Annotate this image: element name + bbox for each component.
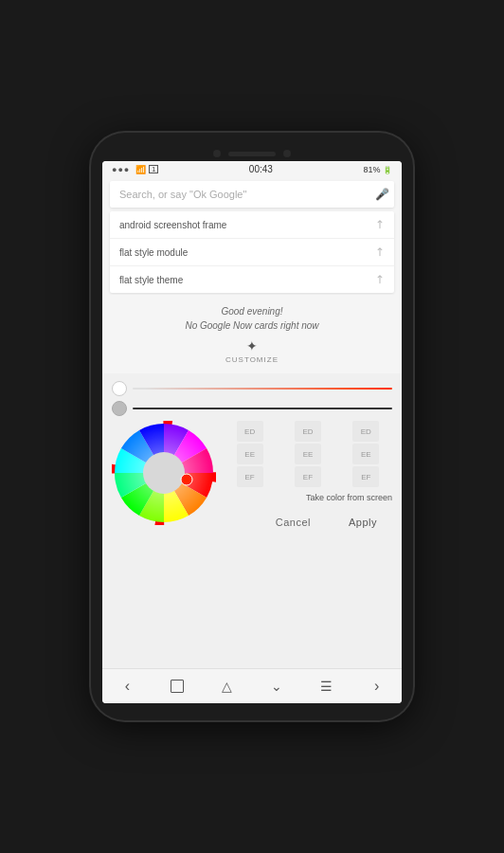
color-wheel-svg (112, 421, 216, 525)
search-results-list: android screenshot frame ↗ flat style mo… (110, 211, 394, 293)
swatch-0-2[interactable]: ED (352, 421, 379, 442)
nav-down-button[interactable]: ⌄ (265, 675, 288, 698)
swatch-2-2[interactable]: EF (352, 466, 379, 487)
swatch-1-2[interactable]: EE (352, 444, 379, 464)
result-arrow-1: ↗ (372, 245, 388, 261)
color-wheel-container[interactable] (112, 421, 216, 525)
search-result-item-1[interactable]: flat style module ↗ (110, 239, 394, 266)
search-result-text-0: android screenshot frame (119, 220, 226, 230)
status-left: ●●● 📶 1 (112, 165, 158, 174)
black-slider-track[interactable] (133, 408, 392, 409)
red-slider-row (112, 381, 392, 396)
take-color-row[interactable]: Take color from screen (224, 493, 392, 502)
back-icon: ‹ (125, 678, 130, 695)
color-swatches: ED ED ED EE EE EE EF EF EF (224, 421, 392, 533)
screen: ●●● 📶 1 00:43 81% 🔋 Search, or say "Ok G… (102, 161, 402, 703)
swatch-1-0[interactable]: EE (237, 444, 263, 464)
phone-frame: ●●● 📶 1 00:43 81% 🔋 Search, or say "Ok G… (91, 133, 413, 720)
sim-icon: 1 (149, 165, 158, 173)
search-bar[interactable]: Search, or say "Ok Google" 🎤 (110, 181, 394, 208)
menu-icon: ☰ (320, 679, 333, 694)
magic-wand-icon: ✦ (246, 338, 258, 354)
swatch-2-1[interactable]: EF (295, 466, 321, 487)
slider-thumb-gray (112, 401, 127, 416)
action-buttons: Cancel Apply (224, 512, 392, 533)
mic-icon[interactable]: 🎤 (375, 188, 385, 201)
greeting-text: Good evening! No Google Now cards right … (112, 304, 392, 333)
swatch-2-0[interactable]: EF (237, 466, 263, 487)
sensor-dot (283, 150, 291, 157)
search-result-text-2: flat style theme (119, 275, 183, 285)
nav-menu-button[interactable]: ☰ (315, 675, 338, 698)
google-now-section: Good evening! No Google Now cards right … (102, 295, 402, 373)
bottom-nav: ‹ △ ⌄ ☰ › (102, 668, 402, 703)
forward-icon: › (374, 678, 379, 695)
black-slider-row (112, 401, 392, 416)
wifi-icon: 📶 (135, 165, 146, 174)
down-icon: ⌄ (271, 679, 282, 694)
slider-thumb-white (112, 381, 127, 396)
result-arrow-2: ↗ (372, 272, 388, 288)
status-bar: ●●● 📶 1 00:43 81% 🔋 (102, 161, 402, 177)
nav-recents-button[interactable] (166, 675, 189, 698)
color-panel: ED ED ED EE EE EE EF EF EF (112, 421, 392, 533)
swatch-row-2: EF EF EF (224, 466, 392, 487)
recents-icon (171, 680, 184, 693)
home-icon: △ (222, 679, 232, 694)
customize-label: CUSTOMIZE (225, 355, 279, 364)
battery-percent: 81% (363, 165, 380, 174)
search-result-item-0[interactable]: android screenshot frame ↗ (110, 211, 394, 239)
signal-dots: ●●● (112, 165, 130, 174)
cancel-button[interactable]: Cancel (264, 512, 322, 533)
search-result-item-2[interactable]: flat style theme ↗ (110, 266, 394, 293)
customize-section[interactable]: ✦ CUSTOMIZE (112, 338, 392, 364)
search-result-text-1: flat style module (119, 247, 188, 258)
color-picker-area: ED ED ED EE EE EE EF EF EF (102, 373, 402, 668)
search-placeholder: Search, or say "Ok Google" (119, 189, 246, 200)
nav-back-button[interactable]: ‹ (116, 675, 138, 698)
take-color-label: Take color from screen (306, 493, 392, 502)
nav-home-button[interactable]: △ (216, 675, 239, 698)
phone-speaker (228, 152, 276, 156)
battery-icon: 🔋 (383, 166, 392, 174)
svg-point-3 (181, 474, 192, 485)
swatch-0-0[interactable]: ED (237, 421, 263, 442)
camera-dot (213, 150, 221, 157)
result-arrow-0: ↗ (372, 217, 388, 233)
apply-button[interactable]: Apply (337, 512, 388, 533)
swatch-row-0: ED ED ED (224, 421, 392, 442)
red-slider-track[interactable] (133, 388, 392, 390)
status-battery: 81% 🔋 (363, 165, 392, 174)
svg-point-2 (143, 452, 185, 494)
greeting-line2: No Google Now cards right now (185, 320, 318, 331)
swatch-1-1[interactable]: EE (295, 444, 321, 464)
phone-top-hardware (102, 150, 402, 157)
greeting-line1: Good evening! (221, 306, 282, 317)
status-time: 00:43 (249, 164, 273, 174)
nav-forward-button[interactable]: › (366, 675, 388, 698)
swatch-0-1[interactable]: ED (295, 421, 321, 442)
swatch-row-1: EE EE EE (224, 444, 392, 464)
